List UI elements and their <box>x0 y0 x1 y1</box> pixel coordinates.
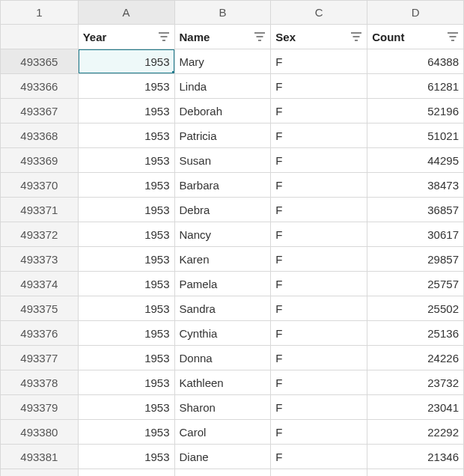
filter-icon[interactable] <box>254 31 266 42</box>
cell[interactable]: 1953 <box>79 222 175 247</box>
cell[interactable]: F <box>271 469 367 476</box>
cell[interactable]: 1953 <box>79 148 175 173</box>
column-header-D[interactable]: D <box>367 0 464 25</box>
cell[interactable]: Pamela <box>175 272 272 296</box>
fill-handle[interactable] <box>172 71 175 74</box>
cell[interactable]: 23732 <box>367 370 464 395</box>
row-header[interactable]: 493373 <box>0 247 79 272</box>
cell[interactable]: 1953 <box>79 74 175 99</box>
cell[interactable]: F <box>271 445 367 469</box>
cell[interactable]: 38473 <box>367 173 464 198</box>
cell[interactable]: F <box>271 99 367 123</box>
filter-icon[interactable] <box>447 31 459 42</box>
cell[interactable]: 36857 <box>367 198 464 222</box>
cell[interactable]: 1953 <box>79 123 175 148</box>
filter-icon[interactable] <box>158 31 170 42</box>
cell[interactable]: 1953 <box>79 395 175 420</box>
cell[interactable]: Mary <box>175 49 272 74</box>
cell[interactable]: F <box>271 74 367 99</box>
cell[interactable]: F <box>271 420 367 445</box>
row-header[interactable]: 493370 <box>0 173 79 198</box>
cell[interactable]: F <box>271 321 367 346</box>
cell[interactable]: 1953 <box>79 198 175 222</box>
cell[interactable]: 1953 <box>79 296 175 321</box>
cell[interactable]: F <box>271 272 367 296</box>
cell[interactable]: F <box>271 222 367 247</box>
cell[interactable]: F <box>271 173 367 198</box>
corner-cell[interactable]: 1 <box>0 0 79 25</box>
cell[interactable]: F <box>271 148 367 173</box>
cell[interactable]: Carol <box>175 420 272 445</box>
row-header[interactable]: 493379 <box>0 395 79 420</box>
cell[interactable]: Debra <box>175 198 272 222</box>
cell[interactable]: 52196 <box>367 99 464 123</box>
cell[interactable]: F <box>271 247 367 272</box>
row-header[interactable]: 493367 <box>0 99 79 123</box>
cell[interactable]: 64388 <box>367 49 464 74</box>
cell[interactable]: 24226 <box>367 346 464 370</box>
cell[interactable]: Sandra <box>175 296 272 321</box>
cell[interactable]: F <box>271 49 367 74</box>
cell[interactable]: Cynthia <box>175 321 272 346</box>
cell[interactable]: 1953 <box>79 370 175 395</box>
column-header-B[interactable]: B <box>175 0 272 25</box>
cell[interactable]: Patricia <box>175 123 272 148</box>
cell[interactable]: Kathleen <box>175 370 272 395</box>
cell[interactable]: 1953 <box>79 247 175 272</box>
cell[interactable]: Diane <box>175 445 272 469</box>
cell[interactable]: 25502 <box>367 296 464 321</box>
cell[interactable]: 61281 <box>367 74 464 99</box>
field-header-year[interactable]: Year <box>79 25 175 49</box>
row-header[interactable]: 493365 <box>0 49 79 74</box>
cell[interactable]: Barbara <box>175 173 272 198</box>
cell[interactable]: 25136 <box>367 321 464 346</box>
cell[interactable]: 20124 <box>367 469 464 476</box>
cell[interactable]: Linda <box>175 74 272 99</box>
row-header[interactable]: 493380 <box>0 420 79 445</box>
cell[interactable]: Sharon <box>175 395 272 420</box>
field-header-name[interactable]: Name <box>175 25 272 49</box>
cell[interactable]: 1953 <box>79 272 175 296</box>
cell[interactable]: 25757 <box>367 272 464 296</box>
cell[interactable]: F <box>271 198 367 222</box>
cell[interactable]: Deborah <box>175 99 272 123</box>
cell[interactable]: F <box>271 370 367 395</box>
row-header[interactable]: 493372 <box>0 222 79 247</box>
cell[interactable]: 22292 <box>367 420 464 445</box>
cell[interactable]: 29857 <box>367 247 464 272</box>
cell[interactable]: 1953 <box>79 469 175 476</box>
cell[interactable]: 23041 <box>367 395 464 420</box>
cell[interactable]: F <box>271 296 367 321</box>
cell[interactable]: 1953 <box>79 49 175 74</box>
cell[interactable]: 30617 <box>367 222 464 247</box>
row-header[interactable]: 493368 <box>0 123 79 148</box>
row-header[interactable]: 493375 <box>0 296 79 321</box>
cell[interactable]: Susan <box>175 148 272 173</box>
column-header-A[interactable]: A <box>79 0 175 25</box>
cell[interactable]: 1953 <box>79 445 175 469</box>
row-header[interactable]: 493366 <box>0 74 79 99</box>
row-header[interactable]: 493377 <box>0 346 79 370</box>
cell[interactable]: F <box>271 123 367 148</box>
cell[interactable]: F <box>271 346 367 370</box>
cell[interactable]: 21346 <box>367 445 464 469</box>
cell[interactable]: 1953 <box>79 173 175 198</box>
row-header[interactable]: 493374 <box>0 272 79 296</box>
cell[interactable]: 44295 <box>367 148 464 173</box>
row-header[interactable]: 493369 <box>0 148 79 173</box>
filter-icon[interactable] <box>350 31 362 42</box>
cell[interactable]: 51021 <box>367 123 464 148</box>
row-header[interactable]: 493382 <box>0 469 79 476</box>
cell[interactable]: Karen <box>175 247 272 272</box>
row-header[interactable]: 493376 <box>0 321 79 346</box>
cell[interactable]: 1953 <box>79 321 175 346</box>
cell[interactable]: Nancy <box>175 222 272 247</box>
field-header-sex[interactable]: Sex <box>271 25 367 49</box>
cell[interactable]: F <box>271 395 367 420</box>
cell[interactable]: 1953 <box>79 99 175 123</box>
cell[interactable]: Brenda <box>175 469 272 476</box>
column-header-C[interactable]: C <box>271 0 367 25</box>
cell[interactable]: 1953 <box>79 420 175 445</box>
row-header[interactable]: 493378 <box>0 370 79 395</box>
field-header-count[interactable]: Count <box>367 25 464 49</box>
